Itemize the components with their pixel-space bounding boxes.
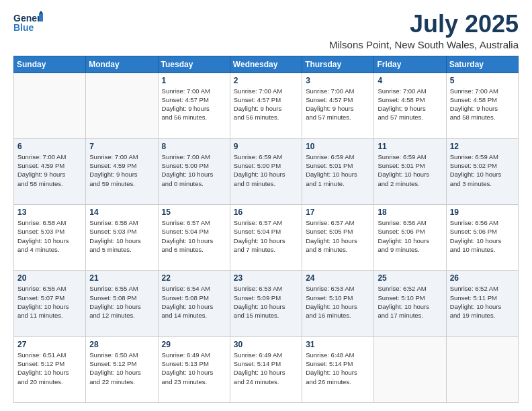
day-number: 15 bbox=[162, 208, 226, 217]
svg-marker-3 bbox=[39, 11, 43, 13]
day-info: Sunrise: 6:59 AMSunset: 5:01 PMDaylight:… bbox=[378, 152, 442, 188]
calendar-cell: 23Sunrise: 6:53 AMSunset: 5:09 PMDayligh… bbox=[230, 271, 302, 336]
day-number: 19 bbox=[450, 208, 515, 217]
col-wednesday: Wednesday bbox=[230, 56, 302, 73]
day-number: 23 bbox=[234, 273, 298, 283]
day-number: 11 bbox=[378, 142, 442, 151]
calendar-week-1: 1Sunrise: 7:00 AMSunset: 4:57 PMDaylight… bbox=[14, 73, 519, 138]
day-info: Sunrise: 7:00 AMSunset: 4:57 PMDaylight:… bbox=[234, 87, 298, 122]
day-number: 29 bbox=[162, 340, 226, 349]
day-number: 3 bbox=[306, 76, 370, 85]
location: Milsons Point, New South Wales, Australi… bbox=[329, 39, 519, 50]
day-number: 9 bbox=[234, 142, 298, 151]
day-info: Sunrise: 6:57 AMSunset: 5:04 PMDaylight:… bbox=[234, 218, 298, 254]
day-number: 10 bbox=[306, 142, 370, 151]
day-number: 30 bbox=[234, 340, 298, 349]
calendar-cell: 6Sunrise: 7:00 AMSunset: 4:59 PMDaylight… bbox=[14, 138, 86, 204]
day-info: Sunrise: 6:52 AMSunset: 5:11 PMDaylight:… bbox=[450, 284, 515, 320]
calendar-cell: 15Sunrise: 6:57 AMSunset: 5:04 PMDayligh… bbox=[158, 205, 230, 271]
calendar-cell: 25Sunrise: 6:52 AMSunset: 5:10 PMDayligh… bbox=[374, 271, 446, 336]
day-info: Sunrise: 6:53 AMSunset: 5:09 PMDaylight:… bbox=[234, 284, 298, 320]
day-info: Sunrise: 7:00 AMSunset: 4:57 PMDaylight:… bbox=[306, 87, 370, 122]
calendar-cell: 7Sunrise: 7:00 AMSunset: 4:59 PMDaylight… bbox=[86, 138, 158, 204]
day-number: 4 bbox=[378, 76, 442, 85]
day-info: Sunrise: 7:00 AMSunset: 4:58 PMDaylight:… bbox=[378, 87, 442, 122]
calendar-cell: 11Sunrise: 6:59 AMSunset: 5:01 PMDayligh… bbox=[374, 138, 446, 204]
day-number: 27 bbox=[17, 340, 82, 349]
day-info: Sunrise: 6:57 AMSunset: 5:05 PMDaylight:… bbox=[306, 218, 370, 254]
col-tuesday: Tuesday bbox=[158, 56, 230, 73]
day-info: Sunrise: 7:00 AMSunset: 5:00 PMDaylight:… bbox=[162, 152, 226, 188]
col-thursday: Thursday bbox=[302, 56, 374, 73]
day-info: Sunrise: 6:57 AMSunset: 5:04 PMDaylight:… bbox=[162, 218, 226, 254]
month-year: July 2025 bbox=[329, 11, 519, 38]
day-number: 14 bbox=[89, 208, 154, 217]
svg-text:Blue: Blue bbox=[13, 22, 34, 33]
day-number: 5 bbox=[450, 76, 515, 85]
day-info: Sunrise: 6:59 AMSunset: 5:02 PMDaylight:… bbox=[450, 152, 515, 188]
calendar-week-3: 13Sunrise: 6:58 AMSunset: 5:03 PMDayligh… bbox=[14, 205, 519, 271]
day-number: 16 bbox=[234, 208, 298, 217]
day-number: 24 bbox=[306, 273, 370, 283]
day-number: 12 bbox=[450, 142, 515, 151]
calendar-cell: 4Sunrise: 7:00 AMSunset: 4:58 PMDaylight… bbox=[374, 73, 446, 138]
day-number: 13 bbox=[17, 208, 82, 217]
calendar-cell: 27Sunrise: 6:51 AMSunset: 5:12 PMDayligh… bbox=[14, 336, 86, 402]
calendar-cell: 24Sunrise: 6:53 AMSunset: 5:10 PMDayligh… bbox=[302, 271, 374, 336]
day-info: Sunrise: 7:00 AMSunset: 4:59 PMDaylight:… bbox=[17, 152, 82, 188]
day-info: Sunrise: 6:51 AMSunset: 5:12 PMDaylight:… bbox=[17, 351, 82, 386]
calendar-cell: 26Sunrise: 6:52 AMSunset: 5:11 PMDayligh… bbox=[446, 271, 518, 336]
calendar-cell: 3Sunrise: 7:00 AMSunset: 4:57 PMDaylight… bbox=[302, 73, 374, 138]
calendar-cell: 8Sunrise: 7:00 AMSunset: 5:00 PMDaylight… bbox=[158, 138, 230, 204]
calendar-cell: 29Sunrise: 6:49 AMSunset: 5:13 PMDayligh… bbox=[158, 336, 230, 402]
day-info: Sunrise: 6:56 AMSunset: 5:06 PMDaylight:… bbox=[378, 218, 442, 254]
calendar-cell bbox=[86, 73, 158, 138]
col-sunday: Sunday bbox=[14, 56, 86, 73]
day-info: Sunrise: 6:53 AMSunset: 5:10 PMDaylight:… bbox=[306, 284, 370, 320]
calendar-cell: 1Sunrise: 7:00 AMSunset: 4:57 PMDaylight… bbox=[158, 73, 230, 138]
day-number: 28 bbox=[89, 340, 154, 349]
day-number: 8 bbox=[162, 142, 226, 151]
calendar-cell: 2Sunrise: 7:00 AMSunset: 4:57 PMDaylight… bbox=[230, 73, 302, 138]
day-number: 2 bbox=[234, 76, 298, 85]
day-number: 17 bbox=[306, 208, 370, 217]
calendar-cell: 14Sunrise: 6:58 AMSunset: 5:03 PMDayligh… bbox=[86, 205, 158, 271]
day-number: 7 bbox=[89, 142, 154, 151]
day-info: Sunrise: 6:48 AMSunset: 5:14 PMDaylight:… bbox=[306, 351, 370, 386]
title-block: July 2025 Milsons Point, New South Wales… bbox=[329, 11, 519, 50]
day-info: Sunrise: 6:56 AMSunset: 5:06 PMDaylight:… bbox=[450, 218, 515, 254]
calendar-cell: 12Sunrise: 6:59 AMSunset: 5:02 PMDayligh… bbox=[446, 138, 518, 204]
day-info: Sunrise: 7:00 AMSunset: 4:59 PMDaylight:… bbox=[89, 152, 154, 188]
calendar-header-row: Sunday Monday Tuesday Wednesday Thursday… bbox=[14, 56, 519, 73]
day-info: Sunrise: 6:59 AMSunset: 5:00 PMDaylight:… bbox=[234, 152, 298, 188]
calendar-cell: 10Sunrise: 6:59 AMSunset: 5:01 PMDayligh… bbox=[302, 138, 374, 204]
calendar-week-2: 6Sunrise: 7:00 AMSunset: 4:59 PMDaylight… bbox=[14, 138, 519, 204]
calendar-cell: 19Sunrise: 6:56 AMSunset: 5:06 PMDayligh… bbox=[446, 205, 518, 271]
day-info: Sunrise: 6:52 AMSunset: 5:10 PMDaylight:… bbox=[378, 284, 442, 320]
calendar-cell: 5Sunrise: 7:00 AMSunset: 4:58 PMDaylight… bbox=[446, 73, 518, 138]
day-info: Sunrise: 7:00 AMSunset: 4:58 PMDaylight:… bbox=[450, 87, 515, 122]
day-info: Sunrise: 6:58 AMSunset: 5:03 PMDaylight:… bbox=[89, 218, 154, 254]
day-number: 31 bbox=[306, 340, 370, 349]
calendar-cell: 31Sunrise: 6:48 AMSunset: 5:14 PMDayligh… bbox=[302, 336, 374, 402]
calendar-cell bbox=[446, 336, 518, 402]
calendar-cell: 30Sunrise: 6:49 AMSunset: 5:14 PMDayligh… bbox=[230, 336, 302, 402]
calendar-week-4: 20Sunrise: 6:55 AMSunset: 5:07 PMDayligh… bbox=[14, 271, 519, 336]
day-number: 21 bbox=[89, 273, 154, 283]
calendar-cell: 13Sunrise: 6:58 AMSunset: 5:03 PMDayligh… bbox=[14, 205, 86, 271]
calendar-cell bbox=[14, 73, 86, 138]
calendar-cell: 17Sunrise: 6:57 AMSunset: 5:05 PMDayligh… bbox=[302, 205, 374, 271]
day-info: Sunrise: 6:54 AMSunset: 5:08 PMDaylight:… bbox=[162, 284, 226, 320]
calendar-cell: 22Sunrise: 6:54 AMSunset: 5:08 PMDayligh… bbox=[158, 271, 230, 336]
page: General Blue July 2025 Milsons Point, Ne… bbox=[0, 0, 532, 411]
calendar-cell: 20Sunrise: 6:55 AMSunset: 5:07 PMDayligh… bbox=[14, 271, 86, 336]
calendar-cell: 16Sunrise: 6:57 AMSunset: 5:04 PMDayligh… bbox=[230, 205, 302, 271]
day-info: Sunrise: 6:55 AMSunset: 5:07 PMDaylight:… bbox=[17, 284, 82, 320]
day-number: 18 bbox=[378, 208, 442, 217]
col-monday: Monday bbox=[86, 56, 158, 73]
calendar-week-5: 27Sunrise: 6:51 AMSunset: 5:12 PMDayligh… bbox=[14, 336, 519, 402]
calendar-cell: 18Sunrise: 6:56 AMSunset: 5:06 PMDayligh… bbox=[374, 205, 446, 271]
calendar-cell: 28Sunrise: 6:50 AMSunset: 5:12 PMDayligh… bbox=[86, 336, 158, 402]
day-number: 20 bbox=[17, 273, 82, 283]
day-number: 26 bbox=[450, 273, 515, 283]
